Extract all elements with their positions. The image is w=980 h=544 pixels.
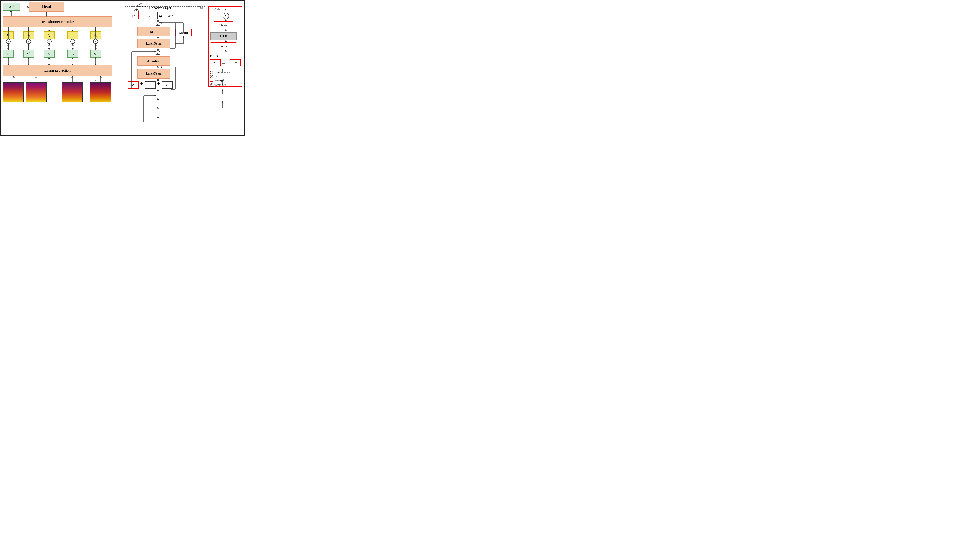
legend-learnable: : Learnable [210,79,230,83]
spectro-1 [3,82,24,102]
legend-sum: ⊕ : Sum [210,75,230,79]
spectro-2 [26,82,46,102]
linear-top-wrapper: Linear [210,21,237,29]
concat-sym-bot2: ⊙ [157,81,160,86]
p2-box: p2 [44,31,55,39]
ei1-box: Ei+1 [164,12,177,19]
head-box: Head [29,2,64,11]
spectro-3 [62,82,83,102]
scaling-circle: S [223,13,229,19]
plus-mid-enc: + [156,51,160,55]
p1-box: p1 [23,31,34,39]
ei-box: Ei [162,81,173,89]
r-prime-i-box: R'i [128,12,139,19]
legend: ⊙ : Concatenation ⊕ : Sum : Learnable S … [210,70,230,87]
adapter-title: Adapter [214,7,227,11]
mlp-box: MLP [137,27,170,36]
plus2: + [47,39,51,44]
ri-ep-label: Ri (EP) [210,54,218,58]
r1i-box: r1i [210,59,221,66]
layernorm-lower-box: LayerNorm [137,69,170,79]
sum-text: : Sum [214,75,220,78]
p-dots-box: … [67,31,78,39]
linear-bot-wrapper: Linear [210,42,237,50]
xl1-label: xl+1 [10,5,14,8]
sum-icon: ⊕ [210,75,213,78]
head-label: Head [42,5,51,9]
linear-top-label: Linear [210,21,237,29]
en-box: en1 [90,50,101,58]
plusn: + [93,39,98,44]
plus-top-enc: + [156,21,160,26]
linear-proj-box: Linear projection [3,65,112,76]
times-l: ×l [200,6,203,10]
ep-dots: … [222,61,225,65]
concat-icon: ⊙ [210,71,213,74]
scaling-text: : Scaling (0.1) [214,84,228,86]
remove-label: Remove [137,5,146,8]
num-dots: … [69,79,72,82]
spectro-4 [90,82,111,102]
e-dots-box: … [67,50,78,58]
relu-box: ReLU [210,32,237,40]
learnable-text: : Learnable [213,79,225,82]
transformer-label: Transformer Encoder [41,20,73,24]
legend-scaling: S : Scaling (0.1) [210,83,230,87]
p0-box: p0 [3,31,14,39]
xl1-box: xl+1 [3,3,20,11]
adapter-ref-box: Adapter [175,29,192,36]
num-2: 2 [32,79,33,82]
concat-sym-top1: ⊙ [159,14,162,18]
pn-box: pn [90,31,101,39]
rki-box: rki [230,59,241,66]
xi-box: xi [145,81,156,89]
e1-box: e11 [23,50,34,58]
learnable-icon [210,80,213,82]
plus1: + [26,39,31,44]
linear-proj-label: Linear projection [45,68,70,73]
main-diagram: xl+1 Head Transformer Encoder p0 p1 p2 …… [0,0,245,136]
legend-concat: ⊙ : Concatenation [210,70,230,75]
plus0: + [6,39,11,44]
scaling-icon: S [210,83,213,87]
x1-box: x1 [3,50,14,58]
concat-text: : Concatenation [214,71,230,73]
e2-box: e21 [44,50,55,58]
layernorm-upper-box: LayerNorm [137,39,170,48]
xi1-box: xi+1 [145,12,158,19]
linear-bot-label: Linear [210,42,237,50]
concat-sym-bot1: ⊙ [140,81,143,86]
attention-box: Attention [137,56,170,66]
encoder-layer-title: Encoder Layer [149,6,172,10]
plus-dots: + [70,39,75,44]
num-n: n [95,79,96,82]
num-1: 1 [11,79,13,82]
transformer-encoder-box: Transformer Encoder [3,16,112,27]
ri-box: Ri [128,81,139,89]
